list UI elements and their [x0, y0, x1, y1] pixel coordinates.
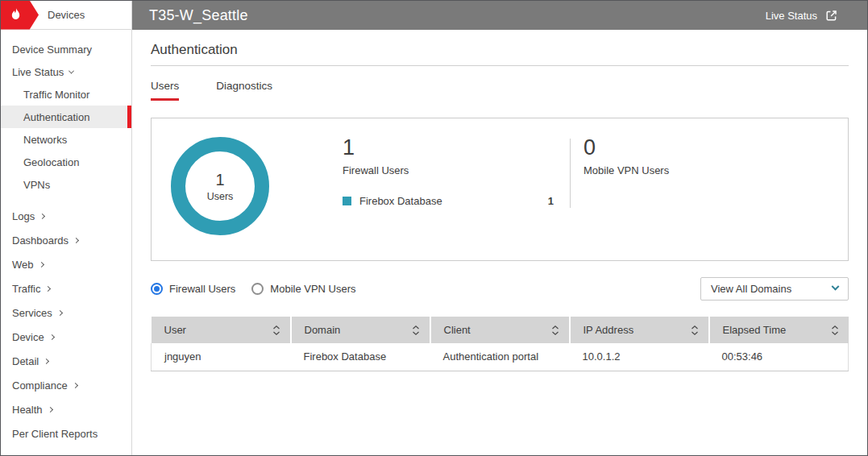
tab-bar: Users Diagnostics — [151, 80, 849, 101]
radio-mobile-vpn-users[interactable]: Mobile VPN Users — [251, 283, 355, 295]
chevron-right-icon — [49, 334, 55, 339]
app-window: Devices Device Summary Live Status Traff… — [0, 0, 868, 456]
mobile-vpn-users-count: 0 — [584, 137, 669, 159]
sidebar-item-per-client-reports[interactable]: Per Client Reports — [1, 421, 131, 446]
column-header-client[interactable]: Client — [430, 317, 570, 343]
donut-value: 1 — [215, 171, 224, 189]
sidebar-item-label: Dashboards — [12, 234, 69, 247]
legend-item: Firebox Database 1 — [343, 195, 554, 207]
sidebar-item-vpns[interactable]: VPNs — [1, 173, 131, 196]
chevron-right-icon — [73, 382, 78, 388]
sidebar-item-traffic[interactable]: Traffic — [1, 276, 131, 301]
chevron-right-icon — [38, 261, 44, 267]
live-status-label: Live Status — [766, 10, 817, 22]
chevron-right-icon — [45, 285, 51, 291]
live-status-link[interactable]: Live Status — [766, 9, 838, 23]
sort-icon[interactable] — [691, 325, 699, 336]
firewall-users-label: Firewall Users — [343, 164, 554, 176]
cell-ip-address: 10.0.1.2 — [570, 343, 709, 371]
sidebar-item-label: Geolocation — [23, 156, 79, 168]
sidebar-item-geolocation[interactable]: Geolocation — [1, 151, 131, 173]
legend-value: 1 — [548, 195, 554, 207]
external-link-icon — [824, 9, 838, 23]
sidebar-item-label: Traffic — [12, 283, 40, 295]
sidebar-item-label: Device — [12, 331, 44, 343]
sidebar-item-dashboards[interactable]: Dashboards — [1, 228, 131, 252]
column-label: Client — [444, 324, 471, 336]
sidebar-item-services[interactable]: Services — [1, 301, 131, 325]
radio-label: Mobile VPN Users — [270, 283, 355, 295]
sidebar-item-device[interactable]: Device — [1, 325, 131, 349]
sidebar-item-logs[interactable]: Logs — [1, 204, 131, 228]
chevron-right-icon — [73, 237, 79, 243]
firewall-users-count: 1 — [343, 137, 554, 159]
sidebar-item-label: Networks — [23, 134, 67, 146]
column-label: User — [164, 324, 186, 336]
firewall-users-summary: 1 Firewall Users Firebox Database 1 — [343, 137, 570, 260]
sidebar-item-authentication[interactable]: Authentication — [1, 106, 131, 128]
radio-firewall-users[interactable]: Firewall Users — [151, 283, 235, 295]
sidebar-item-health[interactable]: Health — [1, 397, 131, 421]
radio-selected-icon[interactable] — [151, 283, 163, 295]
sidebar-item-device-summary[interactable]: Device Summary — [1, 38, 131, 60]
sidebar-item-web[interactable]: Web — [1, 252, 131, 276]
filter-row: Firewall Users Mobile VPN Users View All… — [151, 277, 849, 301]
cell-user: jnguyen — [152, 343, 291, 371]
sidebar-item-label: Services — [12, 307, 52, 319]
cell-elapsed-time: 00:53:46 — [709, 343, 849, 371]
sort-icon[interactable] — [272, 325, 280, 336]
sort-icon[interactable] — [412, 325, 420, 336]
chevron-down-icon — [832, 283, 840, 291]
sidebar-item-compliance[interactable]: Compliance — [1, 373, 131, 397]
sidebar-item-label: Web — [12, 259, 34, 271]
tab-users[interactable]: Users — [151, 80, 179, 101]
radio-unselected-icon[interactable] — [251, 283, 264, 295]
sidebar-item-live-status[interactable]: Live Status — [1, 60, 131, 83]
mobile-vpn-users-label: Mobile VPN Users — [584, 164, 669, 176]
column-header-ip-address[interactable]: IP Address — [570, 317, 709, 343]
brand-pennant — [1, 1, 39, 30]
main-area: T35-W_Seattle Live Status Authentication… — [132, 1, 867, 455]
sidebar-item-label: Health — [12, 404, 43, 416]
column-header-domain[interactable]: Domain — [291, 317, 430, 343]
flame-icon — [10, 7, 22, 23]
sidebar-item-label: Detail — [12, 355, 39, 367]
tab-diagnostics[interactable]: Diagnostics — [216, 80, 272, 101]
column-header-elapsed-time[interactable]: Elapsed Time — [709, 317, 849, 343]
chevron-right-icon — [48, 406, 53, 412]
column-label: Elapsed Time — [723, 324, 787, 336]
chevron-right-icon — [39, 213, 45, 218]
cell-domain: Firebox Database — [291, 343, 430, 371]
legend-label: Firebox Database — [359, 195, 442, 207]
column-header-user[interactable]: User — [152, 317, 291, 343]
table-row: jnguyen Firebox Database Authentication … — [152, 343, 849, 371]
sidebar-item-label: Per Client Reports — [12, 428, 98, 440]
sidebar-item-label: Logs — [12, 210, 35, 222]
chevron-down-icon — [69, 68, 74, 73]
devices-label: Devices — [48, 9, 85, 21]
chevron-right-icon — [57, 309, 63, 315]
device-title: T35-W_Seattle — [149, 7, 248, 24]
sidebar-item-traffic-monitor[interactable]: Traffic Monitor — [1, 83, 131, 106]
cell-client: Authentication portal — [430, 343, 570, 371]
sort-icon[interactable] — [551, 325, 559, 336]
topbar: T35-W_Seattle Live Status — [132, 1, 867, 30]
sort-icon[interactable] — [831, 325, 839, 336]
sidebar-item-label: Live Status — [12, 66, 64, 78]
sidebar-item-networks[interactable]: Networks — [1, 128, 131, 151]
users-table: User Domain Client IP Address Elapsed Ti… — [151, 317, 849, 371]
sidebar-item-label: Traffic Monitor — [23, 89, 89, 101]
chevron-right-icon — [44, 358, 49, 363]
column-label: Domain — [305, 324, 341, 336]
users-donut-chart: 1 Users — [171, 137, 269, 235]
sidebar-item-label: Device Summary — [12, 44, 92, 56]
content: Authentication Users Diagnostics 1 Users… — [132, 30, 867, 371]
sidebar-header[interactable]: Devices — [1, 1, 131, 30]
radio-label: Firewall Users — [169, 283, 235, 295]
domain-select-value: View All Domains — [711, 283, 791, 295]
sidebar-item-detail[interactable]: Detail — [1, 349, 131, 373]
view-all-domains-select[interactable]: View All Domains — [700, 277, 849, 301]
sidebar: Devices Device Summary Live Status Traff… — [1, 1, 132, 455]
sidebar-item-label: Compliance — [12, 379, 68, 392]
sidebar-nav: Device Summary Live Status Traffic Monit… — [1, 30, 131, 446]
